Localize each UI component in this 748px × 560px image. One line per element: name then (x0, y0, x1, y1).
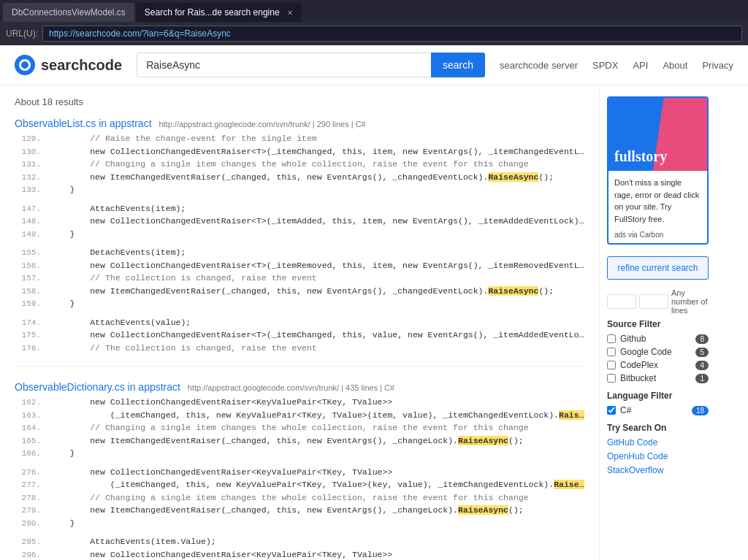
filter-github-checkbox[interactable] (607, 334, 616, 343)
ad-text: Don't miss a single rage, error or dead … (608, 171, 707, 231)
code-line: 176. // The collection is changed, raise… (15, 342, 584, 355)
code-line: 276. new CollectionChangedEventRaiser<Ke… (15, 466, 584, 479)
nav-spdx[interactable]: SPDX (592, 60, 618, 71)
source-filter-title: Source Filter (607, 319, 709, 329)
content: About 18 results ObservableList.cs in ap… (0, 85, 599, 560)
lines-min-input[interactable] (607, 294, 636, 309)
nav-about[interactable]: About (663, 60, 687, 71)
code-line: 165. new ItemChangedEventRaiser(_changed… (15, 434, 584, 448)
ad-logo-text: fullstory (614, 148, 667, 165)
code-line: 148. new CollectionChangedEventRaiser<T>… (15, 215, 584, 228)
result-block-2: ObservableDictionary.cs in appstract htt… (15, 381, 584, 560)
code-line: 158. new ItemChangedEventRaiser(_changed… (15, 285, 584, 298)
code-line: 149. } (15, 228, 584, 241)
filter-codeplex: CodePlex 4 (607, 360, 709, 370)
filter-github: Github 8 (607, 334, 709, 344)
code-block-2: 162. new CollectionChangedEventRaiser<Ke… (15, 396, 584, 560)
filter-bitbucket-label: Bitbucket (620, 373, 656, 383)
filter-github-label: Github (620, 334, 646, 344)
code-line: 277. (_itemChanged, this, new KeyValuePa… (15, 478, 584, 491)
search-input[interactable] (137, 53, 431, 77)
try-search-title: Try Search On (607, 423, 709, 433)
nav-api[interactable]: API (633, 60, 648, 71)
result-title-1: ObservableList.cs in appstract http://ap… (15, 118, 584, 129)
code-line: 156. new CollectionChangedEventRaiser<T>… (15, 259, 584, 272)
filter-csharp-label: C# (620, 405, 631, 415)
search-area: search (137, 53, 485, 77)
address-input[interactable] (42, 26, 742, 42)
refine-search-button[interactable]: refine current search (607, 256, 709, 280)
try-github-link[interactable]: GitHub Code (607, 437, 709, 448)
ad-link[interactable]: ads via Carbon (608, 231, 707, 243)
code-line: 174. AttachEvents(value); (15, 316, 584, 329)
filter-bitbucket-count: 1 (695, 374, 709, 383)
code-line: 162. new CollectionChangedEventRaiser<Ke… (15, 396, 584, 409)
filter-googlecode-checkbox[interactable] (607, 348, 616, 356)
language-filter-title: Language Filter (607, 391, 709, 401)
filter-googlecode-label: Google Code (620, 347, 672, 357)
try-search: Try Search On GitHub Code OpenHub Code S… (607, 423, 709, 475)
result-block-1: ObservableList.cs in appstract http://ap… (15, 118, 584, 367)
filter-github-count: 8 (695, 334, 709, 344)
sidebar-ad: fullstory Don't miss a single rage, erro… (607, 96, 709, 245)
result-link-2[interactable]: ObservableDictionary.cs in appstract (15, 381, 180, 393)
lines-max-input[interactable] (639, 294, 668, 309)
nav-server[interactable]: searchcode server (500, 60, 578, 71)
code-line: 130. new CollectionChangedEventRaiser<T>… (15, 145, 584, 158)
code-line: 295. AttachEvents(item.Value); (15, 535, 584, 548)
filter-bitbucket: Bitbucket 1 (607, 373, 709, 383)
code-line: 129. // Raise the change-event for the s… (15, 132, 584, 145)
code-line: 279. new ItemChangedEventRaiser(_changed… (15, 504, 584, 517)
code-line: 280. } (15, 517, 584, 530)
code-line: 164. // Changing a single item changes t… (15, 421, 584, 434)
result-meta-2: http://appstract.googlecode.com/svn/trun… (188, 383, 394, 392)
tab-2-label: Search for Rais...de search engine (145, 7, 280, 18)
code-line: 133. } (15, 183, 584, 196)
search-button[interactable]: search (431, 53, 485, 77)
code-line: 296. new CollectionChangedEventRaiser<Ke… (15, 548, 584, 561)
address-label: URL(U): (6, 28, 38, 39)
code-line: 175. new CollectionChangedEventRaiser<T>… (15, 329, 584, 342)
browser-chrome: DbConnectionsViewModel.cs Search for Rai… (0, 0, 748, 45)
filter-bitbucket-checkbox[interactable] (607, 374, 616, 383)
main: About 18 results ObservableList.cs in ap… (0, 85, 748, 560)
code-line: 163. (_itemChanged, this, new KeyValuePa… (15, 409, 584, 422)
nav-privacy[interactable]: Privacy (702, 60, 733, 71)
header: searchcode search searchcode server SPDX… (0, 45, 748, 85)
tab-bar: DbConnectionsViewModel.cs Search for Rai… (0, 0, 748, 22)
tab-1-label: DbConnectionsViewModel.cs (12, 7, 126, 18)
result-link-1[interactable]: ObservableList.cs in appstract (15, 118, 152, 129)
logo-icon-inner (19, 59, 31, 71)
code-line: 157. // The collection is changed, raise… (15, 272, 584, 285)
filter-csharp: C# 18 (607, 405, 709, 415)
logo-text: searchcode (41, 57, 122, 74)
logo-icon (15, 55, 35, 75)
filter-googlecode: Google Code 5 (607, 347, 709, 357)
code-line: 132. new ItemChangedEventRaiser(_changed… (15, 171, 584, 184)
try-stackoverflow-link[interactable]: StackOverflow (607, 465, 709, 475)
page: searchcode search searchcode server SPDX… (0, 45, 748, 560)
filter-codeplex-checkbox[interactable] (607, 361, 616, 369)
lines-filter: Any number of lines (607, 288, 709, 315)
ad-image: fullstory (608, 98, 707, 171)
filter-csharp-checkbox[interactable] (607, 406, 616, 415)
filter-csharp-count: 18 (692, 406, 709, 415)
language-filter: Language Filter C# 18 (607, 391, 709, 415)
tab-1[interactable]: DbConnectionsViewModel.cs (3, 3, 134, 22)
code-line: 131. // Changing a single item changes t… (15, 158, 584, 171)
lines-label: Any number of lines (671, 288, 709, 315)
code-line: 155. DetachEvents(item); (15, 246, 584, 259)
logo-area: searchcode (15, 55, 122, 75)
code-line: 278. // Changing a single item changes t… (15, 491, 584, 505)
tab-2[interactable]: Search for Rais...de search engine ✕ (136, 3, 302, 22)
code-line: 159. } (15, 297, 584, 310)
sidebar: fullstory Don't miss a single rage, erro… (599, 85, 716, 560)
tab-2-close[interactable]: ✕ (287, 9, 293, 17)
result-title-2: ObservableDictionary.cs in appstract htt… (15, 381, 584, 393)
nav-links: searchcode server SPDX API About Privacy (500, 60, 733, 71)
try-openhub-link[interactable]: OpenHub Code (607, 451, 709, 461)
filter-codeplex-label: CodePlex (620, 360, 658, 370)
code-line: 147. AttachEvents(item); (15, 202, 584, 215)
filter-codeplex-count: 4 (695, 361, 709, 370)
results-count: About 18 results (15, 96, 584, 107)
